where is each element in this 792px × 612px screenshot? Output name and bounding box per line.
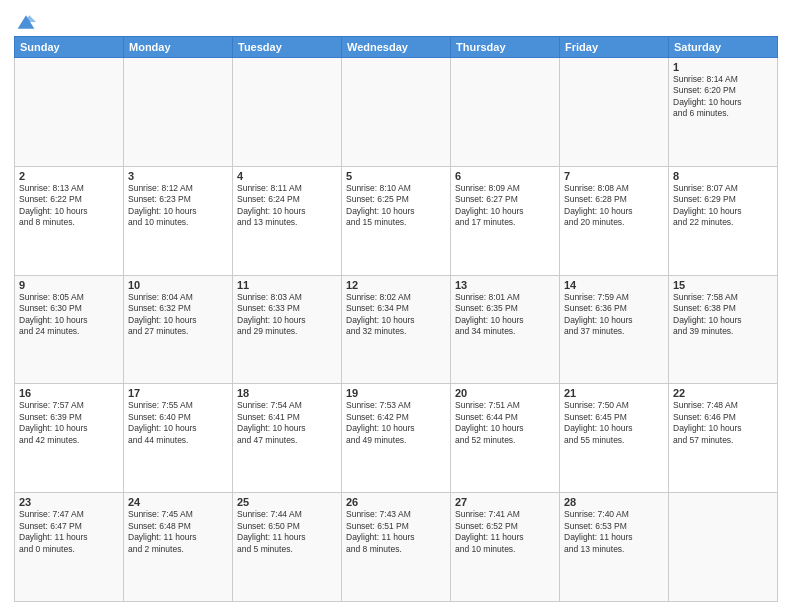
day-number: 18 <box>237 387 337 399</box>
day-info: Sunrise: 8:08 AM Sunset: 6:28 PM Dayligh… <box>564 183 664 229</box>
day-cell: 6Sunrise: 8:09 AM Sunset: 6:27 PM Daylig… <box>451 166 560 275</box>
day-info: Sunrise: 7:55 AM Sunset: 6:40 PM Dayligh… <box>128 400 228 446</box>
day-info: Sunrise: 8:07 AM Sunset: 6:29 PM Dayligh… <box>673 183 773 229</box>
week-row-3: 9Sunrise: 8:05 AM Sunset: 6:30 PM Daylig… <box>15 275 778 384</box>
day-cell: 24Sunrise: 7:45 AM Sunset: 6:48 PM Dayli… <box>124 493 233 602</box>
week-row-2: 2Sunrise: 8:13 AM Sunset: 6:22 PM Daylig… <box>15 166 778 275</box>
day-info: Sunrise: 7:50 AM Sunset: 6:45 PM Dayligh… <box>564 400 664 446</box>
day-cell: 18Sunrise: 7:54 AM Sunset: 6:41 PM Dayli… <box>233 384 342 493</box>
day-number: 11 <box>237 279 337 291</box>
day-number: 17 <box>128 387 228 399</box>
day-number: 23 <box>19 496 119 508</box>
day-cell: 25Sunrise: 7:44 AM Sunset: 6:50 PM Dayli… <box>233 493 342 602</box>
day-number: 8 <box>673 170 773 182</box>
day-info: Sunrise: 8:11 AM Sunset: 6:24 PM Dayligh… <box>237 183 337 229</box>
week-row-1: 1Sunrise: 8:14 AM Sunset: 6:20 PM Daylig… <box>15 58 778 167</box>
col-header-friday: Friday <box>560 37 669 58</box>
day-cell: 5Sunrise: 8:10 AM Sunset: 6:25 PM Daylig… <box>342 166 451 275</box>
day-info: Sunrise: 8:10 AM Sunset: 6:25 PM Dayligh… <box>346 183 446 229</box>
day-cell: 4Sunrise: 8:11 AM Sunset: 6:24 PM Daylig… <box>233 166 342 275</box>
day-cell <box>451 58 560 167</box>
day-cell <box>669 493 778 602</box>
col-header-saturday: Saturday <box>669 37 778 58</box>
day-number: 20 <box>455 387 555 399</box>
day-number: 15 <box>673 279 773 291</box>
day-cell: 16Sunrise: 7:57 AM Sunset: 6:39 PM Dayli… <box>15 384 124 493</box>
day-info: Sunrise: 8:09 AM Sunset: 6:27 PM Dayligh… <box>455 183 555 229</box>
day-info: Sunrise: 8:04 AM Sunset: 6:32 PM Dayligh… <box>128 292 228 338</box>
day-info: Sunrise: 7:40 AM Sunset: 6:53 PM Dayligh… <box>564 509 664 555</box>
day-number: 10 <box>128 279 228 291</box>
day-cell: 23Sunrise: 7:47 AM Sunset: 6:47 PM Dayli… <box>15 493 124 602</box>
day-number: 7 <box>564 170 664 182</box>
day-cell: 27Sunrise: 7:41 AM Sunset: 6:52 PM Dayli… <box>451 493 560 602</box>
day-cell: 2Sunrise: 8:13 AM Sunset: 6:22 PM Daylig… <box>15 166 124 275</box>
day-cell <box>342 58 451 167</box>
day-number: 27 <box>455 496 555 508</box>
day-cell: 19Sunrise: 7:53 AM Sunset: 6:42 PM Dayli… <box>342 384 451 493</box>
col-header-wednesday: Wednesday <box>342 37 451 58</box>
week-row-4: 16Sunrise: 7:57 AM Sunset: 6:39 PM Dayli… <box>15 384 778 493</box>
day-info: Sunrise: 7:53 AM Sunset: 6:42 PM Dayligh… <box>346 400 446 446</box>
logo-icon <box>16 12 36 32</box>
day-number: 12 <box>346 279 446 291</box>
day-cell: 7Sunrise: 8:08 AM Sunset: 6:28 PM Daylig… <box>560 166 669 275</box>
col-header-tuesday: Tuesday <box>233 37 342 58</box>
day-number: 4 <box>237 170 337 182</box>
day-cell: 21Sunrise: 7:50 AM Sunset: 6:45 PM Dayli… <box>560 384 669 493</box>
day-info: Sunrise: 7:44 AM Sunset: 6:50 PM Dayligh… <box>237 509 337 555</box>
day-number: 16 <box>19 387 119 399</box>
day-info: Sunrise: 7:45 AM Sunset: 6:48 PM Dayligh… <box>128 509 228 555</box>
col-header-sunday: Sunday <box>15 37 124 58</box>
day-cell: 22Sunrise: 7:48 AM Sunset: 6:46 PM Dayli… <box>669 384 778 493</box>
day-cell <box>15 58 124 167</box>
day-cell <box>560 58 669 167</box>
day-number: 22 <box>673 387 773 399</box>
day-number: 26 <box>346 496 446 508</box>
day-number: 28 <box>564 496 664 508</box>
day-cell: 3Sunrise: 8:12 AM Sunset: 6:23 PM Daylig… <box>124 166 233 275</box>
day-cell: 1Sunrise: 8:14 AM Sunset: 6:20 PM Daylig… <box>669 58 778 167</box>
day-number: 2 <box>19 170 119 182</box>
day-info: Sunrise: 7:57 AM Sunset: 6:39 PM Dayligh… <box>19 400 119 446</box>
col-header-monday: Monday <box>124 37 233 58</box>
day-cell: 26Sunrise: 7:43 AM Sunset: 6:51 PM Dayli… <box>342 493 451 602</box>
day-cell <box>233 58 342 167</box>
day-info: Sunrise: 8:03 AM Sunset: 6:33 PM Dayligh… <box>237 292 337 338</box>
day-number: 19 <box>346 387 446 399</box>
day-number: 21 <box>564 387 664 399</box>
day-cell: 13Sunrise: 8:01 AM Sunset: 6:35 PM Dayli… <box>451 275 560 384</box>
day-info: Sunrise: 7:51 AM Sunset: 6:44 PM Dayligh… <box>455 400 555 446</box>
page: SundayMondayTuesdayWednesdayThursdayFrid… <box>0 0 792 612</box>
day-info: Sunrise: 8:01 AM Sunset: 6:35 PM Dayligh… <box>455 292 555 338</box>
calendar-header-row: SundayMondayTuesdayWednesdayThursdayFrid… <box>15 37 778 58</box>
day-cell: 28Sunrise: 7:40 AM Sunset: 6:53 PM Dayli… <box>560 493 669 602</box>
day-number: 24 <box>128 496 228 508</box>
day-number: 14 <box>564 279 664 291</box>
day-number: 6 <box>455 170 555 182</box>
day-info: Sunrise: 7:59 AM Sunset: 6:36 PM Dayligh… <box>564 292 664 338</box>
day-info: Sunrise: 8:14 AM Sunset: 6:20 PM Dayligh… <box>673 74 773 120</box>
day-number: 3 <box>128 170 228 182</box>
day-info: Sunrise: 8:02 AM Sunset: 6:34 PM Dayligh… <box>346 292 446 338</box>
calendar-table: SundayMondayTuesdayWednesdayThursdayFrid… <box>14 36 778 602</box>
day-info: Sunrise: 7:58 AM Sunset: 6:38 PM Dayligh… <box>673 292 773 338</box>
day-info: Sunrise: 7:43 AM Sunset: 6:51 PM Dayligh… <box>346 509 446 555</box>
week-row-5: 23Sunrise: 7:47 AM Sunset: 6:47 PM Dayli… <box>15 493 778 602</box>
day-cell: 14Sunrise: 7:59 AM Sunset: 6:36 PM Dayli… <box>560 275 669 384</box>
day-cell: 9Sunrise: 8:05 AM Sunset: 6:30 PM Daylig… <box>15 275 124 384</box>
day-info: Sunrise: 7:48 AM Sunset: 6:46 PM Dayligh… <box>673 400 773 446</box>
day-info: Sunrise: 8:05 AM Sunset: 6:30 PM Dayligh… <box>19 292 119 338</box>
day-cell: 17Sunrise: 7:55 AM Sunset: 6:40 PM Dayli… <box>124 384 233 493</box>
day-info: Sunrise: 7:41 AM Sunset: 6:52 PM Dayligh… <box>455 509 555 555</box>
day-cell: 8Sunrise: 8:07 AM Sunset: 6:29 PM Daylig… <box>669 166 778 275</box>
day-cell: 12Sunrise: 8:02 AM Sunset: 6:34 PM Dayli… <box>342 275 451 384</box>
col-header-thursday: Thursday <box>451 37 560 58</box>
day-cell: 20Sunrise: 7:51 AM Sunset: 6:44 PM Dayli… <box>451 384 560 493</box>
day-number: 25 <box>237 496 337 508</box>
day-info: Sunrise: 7:54 AM Sunset: 6:41 PM Dayligh… <box>237 400 337 446</box>
logo <box>14 12 36 28</box>
day-info: Sunrise: 7:47 AM Sunset: 6:47 PM Dayligh… <box>19 509 119 555</box>
day-number: 1 <box>673 61 773 73</box>
day-cell: 15Sunrise: 7:58 AM Sunset: 6:38 PM Dayli… <box>669 275 778 384</box>
